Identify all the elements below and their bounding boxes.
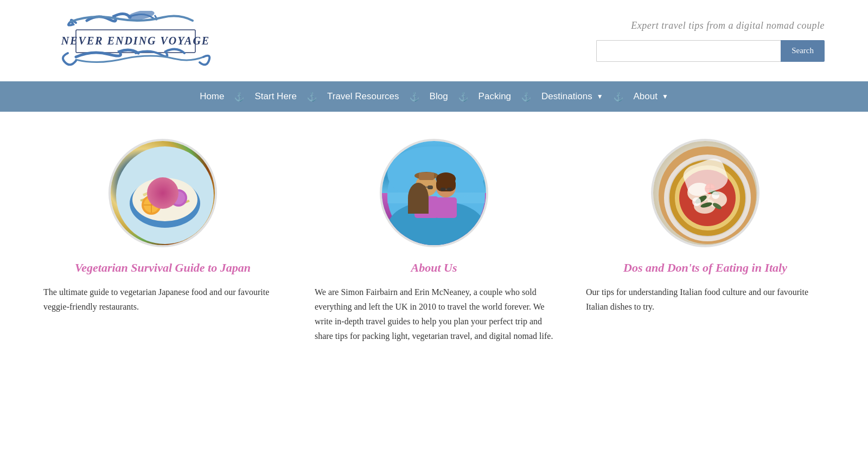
svg-text:NEVER ENDING VOYAGE: NEVER ENDING VOYAGE <box>61 35 210 47</box>
nav-item-travel-resources: Travel Resources <box>320 81 407 112</box>
svg-point-12 <box>160 185 176 200</box>
card-about: About Us We are Simon Fairbairn and Erin… <box>315 139 553 343</box>
nav-item-about: About ▼ <box>626 81 676 112</box>
nav-item-destinations: Destinations ▼ <box>534 81 610 112</box>
main-nav: Home ⚓ Start Here ⚓ Travel Resources ⚓ B… <box>0 81 868 112</box>
card-title-about: About Us <box>411 260 457 276</box>
search-button[interactable]: Search <box>781 40 825 62</box>
anchor-icon-1: ⚓ <box>232 92 247 102</box>
nav-separator-3: ⚓ <box>407 92 422 102</box>
nav-separator-1: ⚓ <box>232 92 247 102</box>
card-image-about <box>380 139 488 247</box>
svg-rect-27 <box>427 185 433 189</box>
nav-link-destinations[interactable]: Destinations ▼ <box>534 81 610 112</box>
card-title-japan: Vegetarian Survival Guide to Japan <box>75 260 251 276</box>
svg-point-49 <box>692 197 701 206</box>
anchor-icon-2: ⚓ <box>304 92 320 102</box>
cards-grid: Vegetarian Survival Guide to Japan The u… <box>43 139 825 343</box>
header-right: Expert travel tips from a digital nomad … <box>596 20 825 62</box>
site-header: NEVER ENDING VOYAGE Expert travel tips f… <box>0 0 868 81</box>
couple-svg <box>382 141 486 245</box>
destinations-dropdown-arrow: ▼ <box>597 93 603 100</box>
card-description-about: We are Simon Fairbairn and Erin McNeaney… <box>315 285 553 344</box>
nav-link-home[interactable]: Home <box>192 81 232 112</box>
card-japan: Vegetarian Survival Guide to Japan The u… <box>43 139 282 314</box>
card-description-japan: The ultimate guide to vegetarian Japanes… <box>43 285 282 314</box>
site-tagline: Expert travel tips from a digital nomad … <box>631 20 825 31</box>
pizza-photo <box>653 141 757 245</box>
nav-separator-4: ⚓ <box>456 92 471 102</box>
logo-container: NEVER ENDING VOYAGE <box>43 11 228 70</box>
svg-rect-25 <box>435 197 457 218</box>
svg-rect-30 <box>447 188 452 191</box>
nav-link-blog[interactable]: Blog <box>422 81 456 112</box>
anchor-icon-4: ⚓ <box>456 92 471 102</box>
anchor-icon-6: ⚓ <box>611 92 626 102</box>
svg-rect-21 <box>414 196 438 218</box>
nav-item-blog: Blog <box>422 81 456 112</box>
nav-separator-2: ⚓ <box>304 92 320 102</box>
nav-separator-5: ⚓ <box>519 92 534 102</box>
search-bar: Search <box>596 40 825 62</box>
svg-rect-29 <box>441 188 445 191</box>
card-image-japan <box>108 139 217 247</box>
search-input[interactable] <box>596 40 781 62</box>
main-content: Vegetarian Survival Guide to Japan The u… <box>0 112 868 365</box>
logo-svg: NEVER ENDING VOYAGE <box>43 11 228 70</box>
nav-item-packing: Packing <box>471 81 519 112</box>
nav-link-packing[interactable]: Packing <box>471 81 519 112</box>
svg-rect-20 <box>419 172 434 180</box>
svg-point-11 <box>172 191 185 204</box>
couple-photo <box>382 141 486 245</box>
pizza-svg <box>653 141 757 245</box>
svg-rect-26 <box>420 185 425 189</box>
card-italy: Dos and Don'ts of Eating in Italy Our ti… <box>586 139 825 314</box>
nav-item-start-here: Start Here <box>247 81 304 112</box>
anchor-icon-5: ⚓ <box>519 92 534 102</box>
svg-point-3 <box>116 146 214 244</box>
anchor-icon-3: ⚓ <box>407 92 422 102</box>
nav-item-home: Home <box>192 81 232 112</box>
about-dropdown-arrow: ▼ <box>662 93 668 100</box>
card-image-italy <box>651 139 760 247</box>
nav-link-start-here[interactable]: Start Here <box>247 81 304 112</box>
nav-separator-6: ⚓ <box>611 92 626 102</box>
nav-list: Home ⚓ Start Here ⚓ Travel Resources ⚓ B… <box>22 81 846 112</box>
card-description-italy: Our tips for understanding Italian food … <box>586 285 825 314</box>
japan-food-image <box>111 141 215 245</box>
card-title-italy: Dos and Don'ts of Eating in Italy <box>623 260 787 276</box>
svg-point-50 <box>712 191 719 199</box>
nav-link-about[interactable]: About ▼ <box>626 81 676 112</box>
svg-point-13 <box>152 186 165 196</box>
japan-food-svg <box>111 141 217 247</box>
nav-link-travel-resources[interactable]: Travel Resources <box>320 81 407 112</box>
